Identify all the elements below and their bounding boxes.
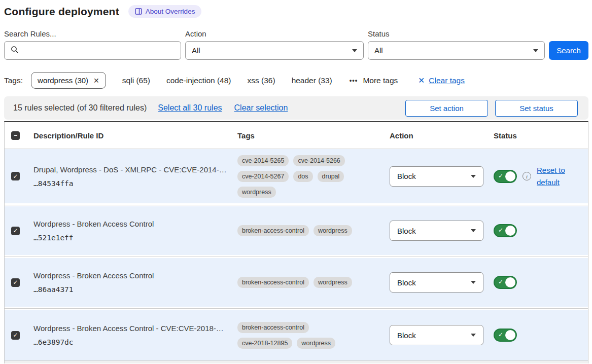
- rule-tags-cell: broken-access-control wordpress: [237, 277, 365, 288]
- chevron-down-icon: [471, 334, 476, 337]
- rule-description: Wordpress - Broken Access Control: [33, 271, 228, 280]
- table-row: ✓ Drupal, Wordpress - DoS - XMLRPC - CVE…: [5, 149, 588, 203]
- row-checkbox[interactable]: ✓: [11, 331, 20, 340]
- column-header-action: Action: [390, 131, 494, 140]
- action-select[interactable]: Block: [390, 221, 483, 241]
- page-header: Configure deployment About Overrides: [4, 5, 588, 18]
- tag-chip: wordpress: [314, 277, 352, 288]
- set-action-button[interactable]: Set action: [405, 100, 488, 117]
- table-header-row: − Description/Rule ID Tags Action Status: [5, 122, 588, 149]
- rule-id: …84534ffa: [33, 179, 228, 188]
- rule-tags-cell: broken-access-control wordpress: [237, 225, 365, 236]
- action-value: Block: [397, 278, 416, 287]
- tag-chip: cve-2014-5265: [237, 155, 289, 166]
- rule-id: …521e1eff: [33, 234, 228, 242]
- tag-link-header[interactable]: header (33): [292, 76, 332, 85]
- more-tags-label: More tags: [363, 76, 398, 85]
- check-icon: ✓: [498, 172, 503, 179]
- search-rules-label: Search Rules...: [4, 29, 181, 38]
- reset-to-default-link[interactable]: Reset to default: [537, 164, 570, 189]
- action-value: Block: [397, 331, 416, 340]
- rule-status-cell: ✓: [494, 276, 588, 289]
- tag-chip: wordpress: [237, 187, 276, 198]
- ellipsis-icon: •••: [350, 77, 358, 84]
- chevron-down-icon: [471, 229, 476, 232]
- tags-label: Tags:: [4, 76, 23, 85]
- row-checkbox[interactable]: ✓: [11, 278, 20, 287]
- action-select[interactable]: Block: [390, 325, 483, 345]
- filters-row: Search Rules... Action All Status All Se…: [4, 29, 588, 60]
- row-checkbox[interactable]: ✓: [11, 227, 20, 235]
- rules-table: − Description/Rule ID Tags Action Status…: [4, 121, 588, 363]
- search-input-box: [4, 41, 181, 60]
- selected-tag-chip-wordpress[interactable]: wordpress (30) ✕: [31, 72, 106, 89]
- tag-link-code-injection[interactable]: code-injection (48): [166, 76, 231, 85]
- rule-description: Wordpress - Broken Access Control - CVE:…: [33, 324, 228, 333]
- search-button[interactable]: Search: [549, 41, 588, 60]
- select-all-link[interactable]: Select all 30 rules: [158, 103, 222, 113]
- toggle-knob: [505, 171, 515, 181]
- bulk-action-buttons: Set action Set status: [405, 100, 579, 117]
- column-header-tags: Tags: [237, 131, 390, 140]
- row-checkbox[interactable]: ✓: [11, 172, 20, 180]
- table-row: ✓ Wordpress - Broken Access Control …521…: [5, 206, 588, 255]
- tag-link-sqli[interactable]: sqli (65): [122, 76, 150, 85]
- status-filter-label: Status: [368, 29, 545, 38]
- action-value: Block: [397, 227, 416, 235]
- chevron-down-icon: [533, 49, 538, 52]
- rule-description-cell: Wordpress - Broken Access Control …86aa4…: [33, 271, 237, 294]
- rule-id: …86aa4371: [33, 285, 228, 294]
- page-title: Configure deployment: [4, 6, 119, 18]
- select-all-checkbox[interactable]: −: [11, 131, 20, 140]
- search-icon: [11, 46, 19, 55]
- clear-tags-label: Clear tags: [429, 76, 465, 85]
- tag-link-xss[interactable]: xss (36): [248, 76, 275, 85]
- toggle-knob: [505, 330, 515, 340]
- table-row: ✓ Wordpress - Broken Access Control - CV…: [5, 310, 588, 360]
- tag-chip: cve-2014-5267: [237, 171, 289, 182]
- rule-action-cell: Block: [390, 325, 494, 345]
- toggle-knob: [505, 277, 515, 287]
- rule-description-cell: Drupal, Wordpress - DoS - XMLRPC - CVE:C…: [33, 165, 237, 188]
- tag-chip: dos: [293, 171, 312, 182]
- remove-tag-icon[interactable]: ✕: [93, 77, 99, 85]
- search-input[interactable]: [23, 46, 175, 55]
- status-toggle-on[interactable]: ✓: [494, 170, 517, 183]
- rule-description: Wordpress - Broken Access Control: [33, 220, 228, 228]
- clear-selection-link[interactable]: Clear selection: [234, 103, 288, 113]
- tag-chip: cve-2014-5266: [293, 155, 344, 166]
- rule-status-cell: ✓: [494, 224, 588, 237]
- column-header-description: Description/Rule ID: [33, 131, 237, 140]
- status-filter-select[interactable]: All: [368, 41, 545, 60]
- status-toggle-on[interactable]: ✓: [494, 224, 517, 237]
- tags-bar: Tags: wordpress (30) ✕ sqli (65) code-in…: [4, 72, 588, 89]
- action-select[interactable]: Block: [390, 272, 483, 293]
- about-overrides-badge[interactable]: About Overrides: [128, 5, 202, 18]
- clear-tags-link[interactable]: ✕ Clear tags: [418, 76, 465, 85]
- info-icon[interactable]: i: [523, 172, 531, 180]
- tag-chip: wordpress: [314, 225, 352, 236]
- status-toggle-on[interactable]: ✓: [494, 329, 517, 342]
- tag-chip: broken-access-control: [237, 322, 309, 333]
- table-footer-edge: [5, 360, 588, 363]
- action-filter-select[interactable]: All: [185, 41, 364, 60]
- selection-summary: 15 rules selected (of 30 filtered rules): [13, 103, 147, 113]
- rule-tags-cell: broken-access-control cve-2018-12895 wor…: [237, 322, 365, 349]
- more-tags-button[interactable]: ••• More tags: [350, 76, 398, 85]
- action-filter-value: All: [192, 46, 200, 55]
- tag-chip: broken-access-control: [237, 225, 309, 236]
- check-icon: ✓: [498, 227, 503, 234]
- tag-chip: cve-2018-12895: [237, 338, 292, 349]
- tag-chip: broken-access-control: [237, 277, 309, 288]
- selected-tag-label: wordpress (30): [38, 76, 88, 85]
- status-toggle-on[interactable]: ✓: [494, 276, 517, 289]
- column-header-status: Status: [494, 131, 588, 140]
- rule-tags-cell: cve-2014-5265 cve-2014-5266 cve-2014-526…: [237, 155, 365, 198]
- chevron-down-icon: [352, 49, 357, 52]
- set-status-button[interactable]: Set status: [495, 100, 578, 117]
- chevron-down-icon: [471, 281, 476, 284]
- configure-deployment-page: Configure deployment About Overrides Sea…: [0, 0, 592, 363]
- selection-links: Select all 30 rules Clear selection: [158, 103, 288, 113]
- book-icon: [135, 8, 142, 15]
- action-select[interactable]: Block: [390, 166, 483, 187]
